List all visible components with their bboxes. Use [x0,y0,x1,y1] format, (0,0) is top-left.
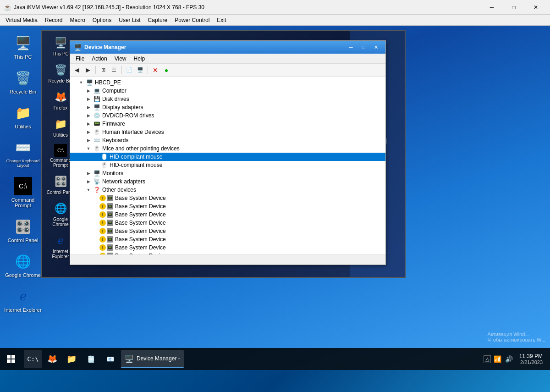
bsd1-label: Base System Device [115,195,166,201]
tree-kb-toggle[interactable]: ▶ [85,137,92,144]
menu-virtual-media[interactable]: Virtual Media [2,16,41,24]
taskbar-clock[interactable]: 11:39 PM 2/21/2023 [516,351,546,367]
tray-network[interactable]: 📶 [493,354,502,364]
tree-item-hid-mouse1[interactable]: ▶ 🖱️ HID-compliant mouse [70,153,385,161]
tree-item-bsd1[interactable]: ▶ ! 📟 Base System Device [70,194,385,202]
outer-close-button[interactable]: ✕ [525,0,546,15]
tree-other-toggle[interactable]: ▼ [85,186,92,193]
tree-item-diskdrives[interactable]: ▶ 💾 Disk drives [70,95,385,103]
tray-chevron[interactable]: △ [484,355,491,363]
taskbar-explorer[interactable]: 📁 [62,350,81,368]
desktop-icon-chrome[interactable]: 🌐 Google Chrome [2,248,44,282]
dvd-label: DVD/CD-ROM drives [102,112,154,119]
tree-item-hid[interactable]: ▶ 🖱️ Human Interface Devices [70,128,385,136]
tree-mon-toggle[interactable]: ▶ [85,170,92,177]
menu-capture[interactable]: Capture [144,16,171,24]
tree-item-dvd[interactable]: ▶ 💿 DVD/CD-ROM drives [70,111,385,120]
dm-menu-file[interactable]: File [72,55,88,63]
bsd5-device-icon: 📟 [107,228,113,234]
dm-menu-help[interactable]: Help [130,55,149,63]
dm-toolbar-view1[interactable]: ⊞ [98,65,108,75]
recycle-label: Recycle Bin [10,89,36,94]
taskbar-task2[interactable]: 🗒️ [82,350,100,368]
inner-firefox-icon: 🦊 [53,90,68,105]
tree-item-computer[interactable]: ▶ 💻 Computer [70,87,385,95]
tree-root[interactable]: ▼ 🖥️ HBCD_PE [70,78,385,87]
desktop-icon-recycle[interactable]: 🗑️ Recycle Bin [2,65,44,98]
tree-item-firmware[interactable]: ▶ 📟 Firmware [70,120,385,128]
controlpanel-icon: 🎛️ [14,217,32,236]
tree-item-mice[interactable]: ▼ 🖱️ Mice and other pointing devices [70,144,385,153]
menu-macro[interactable]: Macro [66,16,89,24]
tree-display-toggle[interactable]: ▶ [85,104,92,111]
tree-disk-toggle[interactable]: ▶ [85,95,92,103]
tree-item-display[interactable]: ▶ 🖥️ Display adapters [70,103,385,111]
tree-mice-toggle[interactable]: ▼ [85,145,92,152]
tree-item-keyboards[interactable]: ▶ ⌨️ Keyboards [70,136,385,144]
dm-maximize-button[interactable]: □ [358,43,369,52]
dm-toolbar-enable[interactable]: ● [161,65,171,75]
dm-minimize-button[interactable]: ─ [345,43,357,52]
bsd2-device-icon: 📟 [107,203,113,210]
tree-firmware-toggle[interactable]: ▶ [85,120,92,127]
tree-item-other[interactable]: ▼ ❓ Other devices [70,186,385,194]
tree-item-bsd2[interactable]: ▶ ! 📟 Base System Device [70,202,385,210]
dm-close-button[interactable]: ✕ [370,43,382,52]
tree-item-network[interactable]: ▶ 📡 Network adapters [70,177,385,186]
dm-toolbar-uninstall[interactable]: ✕ [150,65,160,75]
desktop-icon-keyboard[interactable]: ⌨️ Change Keyboard Layout [2,135,44,171]
desktop-icon-cmd[interactable]: C:\ Command Prompt [2,173,44,212]
outer-minimize-button[interactable]: ─ [481,0,502,15]
tree-item-bsd4[interactable]: ▶ ! 📟 Base System Device [70,219,385,227]
menu-exit[interactable]: Exit [213,16,230,24]
tree-root-toggle[interactable]: ▼ [77,79,85,86]
start-button[interactable] [0,348,22,370]
tree-item-hid-mouse2[interactable]: ▶ 🖱️ HID-compliant mouse [70,161,385,169]
menu-user-list[interactable]: User List [115,16,144,24]
desktop-icon-utilities[interactable]: 📁 Utilities [2,100,44,133]
tree-item-bsd6[interactable]: ▶ ! 📟 Base System Device [70,235,385,243]
tree-item-bsd7[interactable]: ▶ ! 📟 Base System Device [70,243,385,252]
taskbar-cmd[interactable]: C:\ [24,350,42,368]
tree-hid-toggle[interactable]: ▶ [85,128,92,136]
menu-power-control[interactable]: Power Control [171,16,213,24]
dm-back-button[interactable]: ◀ [72,65,82,75]
desktop-icons: 🖥️ This PC 🗑️ Recycle Bin 📁 Utilities ⌨️… [0,26,46,321]
inner-controlpanel-icon: 🎛️ [53,174,68,189]
inner-thispc-label: This PC [52,51,69,56]
inner-chrome-icon: 🌐 [53,201,68,216]
dm-menu-action[interactable]: Action [88,55,110,63]
tree-computer-toggle[interactable]: ▶ [85,87,92,94]
taskbar-dm-label: Device Manager - [137,355,180,362]
bsd5-warn-icon: ! [99,228,106,234]
monitors-label: Monitors [102,170,123,177]
tree-net-toggle[interactable]: ▶ [85,178,92,185]
recycle-icon: 🗑️ [14,69,32,87]
svg-rect-0 [7,355,11,359]
desktop-icon-controlpanel[interactable]: 🎛️ Control Panel [2,214,44,247]
dm-tree[interactable]: ▼ 🖥️ HBCD_PE ▶ 💻 Computer [70,77,385,254]
menu-options[interactable]: Options [89,16,115,24]
dm-menu-view[interactable]: View [111,55,130,63]
dm-forward-button[interactable]: ▶ [83,65,93,75]
dm-toolbar-scan[interactable]: 🖥️ [135,65,145,75]
dm-toolbar-props[interactable]: 📄 [124,65,134,75]
dm-toolbar-view2[interactable]: ☰ [109,65,119,75]
tree-item-bsd3[interactable]: ▶ ! 📟 Base System Device [70,210,385,219]
desktop-icon-thispc[interactable]: 🖥️ This PC [2,30,44,63]
taskbar-pinned-items: C:\ 🦊 📁 🗒️ 📧 [22,348,121,370]
keyboard-label: Change Keyboard Layout [4,159,42,168]
taskbar-active-device-manager[interactable]: 🖥️ Device Manager - [121,350,184,368]
menu-record[interactable]: Record [41,16,66,24]
tree-item-monitors[interactable]: ▶ 🖥️ Monitors [70,169,385,177]
taskbar-firefox[interactable]: 🦊 [43,350,61,368]
inner-utilities-icon: 📁 [53,117,68,132]
tree-dvd-toggle[interactable]: ▶ [85,112,92,119]
bsd2-label: Base System Device [115,203,166,210]
dm-titlebar: 🖥️ Device Manager ─ □ ✕ [70,41,385,54]
outer-maximize-button[interactable]: □ [503,0,524,15]
taskbar-mail[interactable]: 📧 [101,350,119,368]
tray-volume[interactable]: 🔊 [504,354,514,364]
desktop-icon-ie[interactable]: ℯ Internet Explorer [2,283,44,316]
tree-item-bsd5[interactable]: ▶ ! 📟 Base System Device [70,227,385,235]
